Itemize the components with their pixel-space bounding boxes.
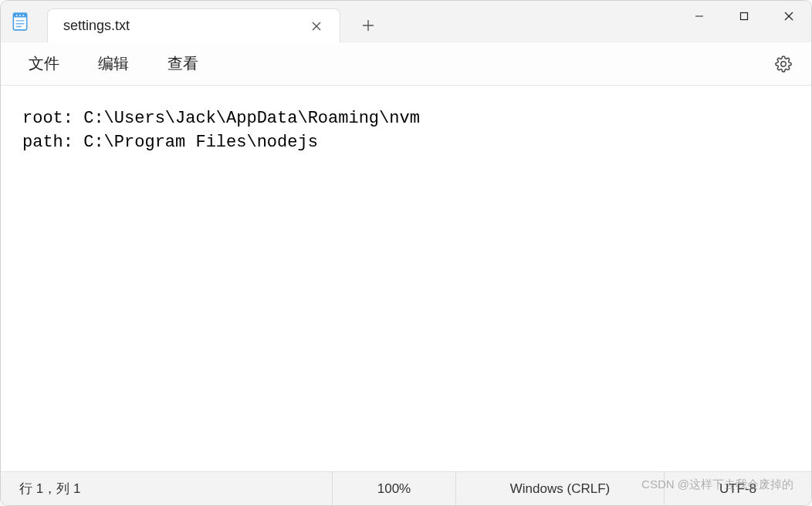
maximize-button[interactable] bbox=[722, 1, 766, 32]
window-controls bbox=[677, 1, 811, 32]
status-bar: 行 1，列 1 100% Windows (CRLF) UTF-8 bbox=[1, 471, 811, 505]
tab-title: settings.txt bbox=[63, 18, 304, 34]
minimize-icon bbox=[695, 12, 704, 21]
editor-area: root: C:\Users\Jack\AppData\Roaming\nvm … bbox=[1, 86, 811, 471]
svg-point-3 bbox=[19, 15, 21, 16]
status-eol[interactable]: Windows (CRLF) bbox=[456, 472, 665, 505]
title-bar: settings.txt bbox=[1, 1, 811, 42]
status-position-text: 行 1，列 1 bbox=[19, 480, 80, 498]
menu-view[interactable]: 查看 bbox=[158, 47, 208, 80]
plus-icon bbox=[363, 20, 374, 31]
svg-rect-13 bbox=[741, 13, 748, 20]
close-icon bbox=[312, 22, 321, 31]
minimize-button[interactable] bbox=[677, 1, 722, 32]
menu-edit[interactable]: 编辑 bbox=[89, 47, 138, 80]
maximize-icon bbox=[739, 12, 749, 21]
menu-file[interactable]: 文件 bbox=[19, 47, 69, 80]
window-close-button[interactable] bbox=[766, 1, 811, 32]
status-position[interactable]: 行 1，列 1 bbox=[1, 472, 333, 505]
new-tab-button[interactable] bbox=[351, 8, 385, 42]
svg-point-4 bbox=[22, 15, 24, 16]
text-editor[interactable]: root: C:\Users\Jack\AppData\Roaming\nvm … bbox=[22, 107, 790, 450]
status-zoom-text: 100% bbox=[377, 481, 411, 497]
status-encoding[interactable]: UTF-8 bbox=[665, 472, 811, 505]
status-zoom[interactable]: 100% bbox=[333, 472, 456, 505]
tab-active[interactable]: settings.txt bbox=[47, 8, 340, 42]
settings-button[interactable] bbox=[770, 50, 797, 78]
status-encoding-text: UTF-8 bbox=[719, 481, 756, 497]
close-icon bbox=[784, 12, 793, 21]
menu-bar: 文件 编辑 查看 bbox=[1, 42, 811, 86]
status-eol-text: Windows (CRLF) bbox=[510, 481, 610, 497]
notepad-icon bbox=[10, 12, 30, 32]
tab-close-button[interactable] bbox=[304, 14, 329, 39]
gear-icon bbox=[775, 56, 792, 73]
svg-point-2 bbox=[16, 15, 18, 16]
notepad-window: settings.txt bbox=[0, 0, 812, 506]
